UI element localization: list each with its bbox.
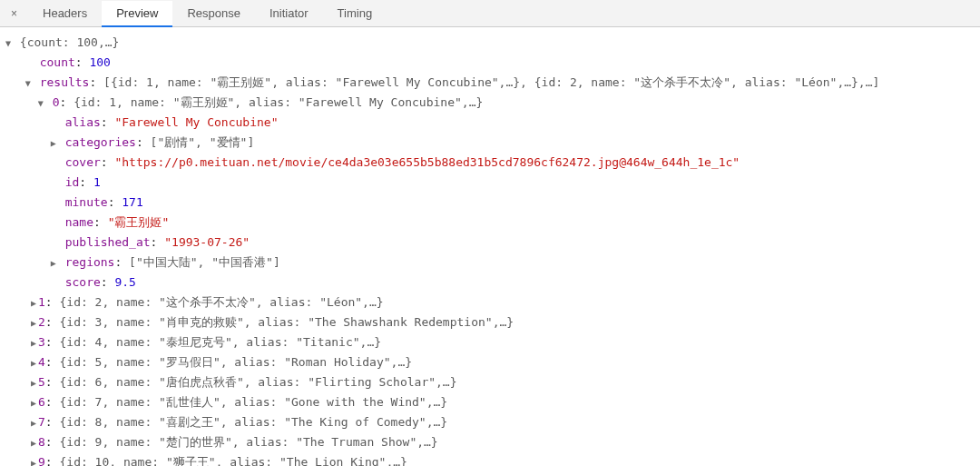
tree-row-regions[interactable]: ▶ regions: ["中国大陆", "中国香港"]	[4, 253, 976, 273]
json-value: {id: 8, name: "喜剧之王", alias: "The King o…	[59, 415, 447, 429]
json-value: 171	[122, 195, 142, 209]
root-summary: {count: 100,…}	[20, 35, 120, 49]
json-key: 7	[38, 415, 45, 429]
tab-timing[interactable]: Timing	[323, 0, 387, 26]
json-value: 9.5	[114, 275, 135, 289]
tree-row-item[interactable]: ▶3: {id: 4, name: "泰坦尼克号", alias: "Titan…	[4, 332, 976, 352]
json-value: {id: 4, name: "泰坦尼克号", alias: "Titanic",…	[59, 335, 381, 349]
json-key: id	[65, 175, 80, 189]
json-preview-tree: ▼ {count: 100,…} ▶ count: 100 ▼ results:…	[0, 27, 980, 466]
json-value: {id: 7, name: "乱世佳人", alias: "Gone with …	[59, 395, 447, 409]
tree-row-results[interactable]: ▼ results: [{id: 1, name: "霸王别姬", alias:…	[4, 73, 976, 93]
json-value: {id: 9, name: "楚门的世界", alias: "The Truma…	[59, 435, 437, 449]
chevron-right-icon[interactable]: ▶	[29, 353, 38, 372]
chevron-right-icon[interactable]: ▶	[29, 313, 38, 332]
json-key: alias	[65, 115, 101, 129]
tab-initiator[interactable]: Initiator	[255, 0, 323, 26]
tab-response[interactable]: Response	[172, 0, 255, 26]
tree-row-alias[interactable]: ▶ alias: "Farewell My Concubine"	[4, 113, 976, 133]
json-value: "https://p0.meituan.net/movie/ce4da3e03e…	[114, 155, 740, 169]
tree-row-item-0[interactable]: ▼ 0: {id: 1, name: "霸王别姬", alias: "Farew…	[4, 93, 976, 113]
json-key: 2	[38, 315, 45, 329]
json-value: 100	[89, 55, 110, 69]
json-key: categories	[65, 135, 136, 149]
json-value: {id: 3, name: "肖申克的救赎", alias: "The Shaw…	[59, 315, 514, 329]
chevron-right-icon[interactable]: ▶	[49, 134, 58, 153]
json-value: {id: 1, name: "霸王别姬", alias: "Farewell M…	[74, 95, 483, 109]
json-value: [{id: 1, name: "霸王别姬", alias: "Farewell …	[103, 75, 879, 89]
json-key: 3	[38, 335, 45, 349]
json-key: score	[65, 275, 101, 289]
chevron-down-icon[interactable]: ▼	[36, 94, 45, 113]
tree-row-item[interactable]: ▶4: {id: 5, name: "罗马假日", alias: "Roman …	[4, 352, 976, 372]
json-key: cover	[65, 155, 101, 169]
json-key: results	[40, 75, 90, 89]
json-key: 1	[38, 295, 45, 309]
tree-row-name[interactable]: ▶ name: "霸王别姬"	[4, 213, 976, 233]
tree-row-item[interactable]: ▶8: {id: 9, name: "楚门的世界", alias: "The T…	[4, 432, 976, 452]
tree-row-item[interactable]: ▶9: {id: 10, name: "狮子王", alias: "The Li…	[4, 452, 976, 466]
tree-row-id[interactable]: ▶ id: 1	[4, 173, 976, 193]
json-value: "1993-07-26"	[164, 235, 250, 249]
tree-row-count[interactable]: ▶ count: 100	[4, 53, 976, 73]
chevron-down-icon[interactable]: ▼	[24, 74, 33, 93]
tree-row-item[interactable]: ▶6: {id: 7, name: "乱世佳人", alias: "Gone w…	[4, 392, 976, 412]
json-key: 9	[38, 455, 45, 466]
json-key: published_at	[65, 235, 151, 249]
tree-row-item[interactable]: ▶1: {id: 2, name: "这个杀手不太冷", alias: "Léo…	[4, 292, 976, 312]
chevron-right-icon[interactable]: ▶	[29, 393, 38, 412]
json-value: {id: 10, name: "狮子王", alias: "The Lion K…	[59, 455, 407, 466]
json-value: {id: 2, name: "这个杀手不太冷", alias: "Léon",……	[59, 295, 383, 309]
tree-row-score[interactable]: ▶ score: 9.5	[4, 273, 976, 292]
json-key: 5	[38, 375, 45, 389]
chevron-down-icon[interactable]: ▼	[4, 34, 13, 53]
json-value: "Farewell My Concubine"	[114, 115, 278, 129]
chevron-right-icon[interactable]: ▶	[29, 413, 38, 432]
tree-row-minute[interactable]: ▶ minute: 171	[4, 193, 976, 213]
tree-row-item[interactable]: ▶7: {id: 8, name: "喜剧之王", alias: "The Ki…	[4, 412, 976, 432]
json-key: count	[40, 55, 75, 69]
json-key: minute	[65, 195, 108, 209]
json-key: 6	[38, 395, 45, 409]
chevron-right-icon[interactable]: ▶	[29, 293, 38, 312]
json-value: ["剧情", "爱情"]	[151, 135, 255, 149]
chevron-right-icon[interactable]: ▶	[29, 333, 38, 352]
json-key: name	[65, 215, 93, 229]
json-value: "霸王别姬"	[108, 215, 170, 229]
tree-row-published[interactable]: ▶ published_at: "1993-07-26"	[4, 233, 976, 253]
json-value: 1	[93, 175, 101, 189]
json-key: 4	[38, 355, 45, 369]
tab-preview[interactable]: Preview	[102, 1, 172, 27]
tree-row-item[interactable]: ▶2: {id: 3, name: "肖申克的救赎", alias: "The …	[4, 312, 976, 332]
tree-row-root[interactable]: ▼ {count: 100,…}	[4, 33, 976, 53]
json-value: ["中国大陆", "中国香港"]	[129, 255, 280, 269]
tree-row-cover[interactable]: ▶ cover: "https://p0.meituan.net/movie/c…	[4, 153, 976, 173]
chevron-right-icon[interactable]: ▶	[49, 253, 58, 273]
tree-row-item[interactable]: ▶5: {id: 6, name: "唐伯虎点秋香", alias: "Flir…	[4, 372, 976, 392]
tree-row-categories[interactable]: ▶ categories: ["剧情", "爱情"]	[4, 133, 976, 153]
chevron-right-icon[interactable]: ▶	[29, 373, 38, 392]
chevron-right-icon[interactable]: ▶	[29, 453, 38, 466]
json-value: {id: 6, name: "唐伯虎点秋香", alias: "Flirting…	[59, 375, 456, 389]
tab-headers[interactable]: Headers	[28, 0, 102, 26]
devtools-tabs: × Headers Preview Response Initiator Tim…	[0, 0, 980, 27]
json-key: regions	[65, 255, 115, 269]
json-key: 8	[38, 435, 45, 449]
chevron-right-icon[interactable]: ▶	[29, 433, 38, 452]
json-value: {id: 5, name: "罗马假日", alias: "Roman Holi…	[59, 355, 412, 369]
close-icon[interactable]: ×	[0, 7, 28, 20]
